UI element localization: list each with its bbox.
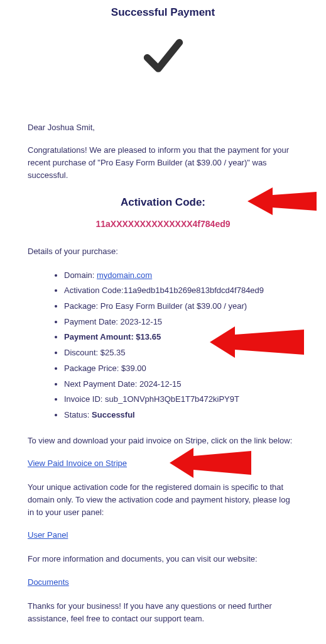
email-body: Successful Payment Dear Joshua Smit, Con… bbox=[0, 0, 326, 644]
activation-code-value: 11aXXXXXXXXXXXXXX4f784ed9 bbox=[28, 219, 298, 229]
detail-payment-amount: Payment Amount: $13.65 bbox=[64, 330, 298, 345]
activation-heading: Activation Code: bbox=[28, 196, 298, 209]
detail-activation-code: Activation Code:11a9edb1b41b269e813bfdcd… bbox=[64, 283, 298, 299]
detail-discount: Discount: $25.35 bbox=[64, 345, 298, 361]
documents-link[interactable]: Documents bbox=[28, 577, 69, 587]
domain-link[interactable]: mydomain.com bbox=[97, 270, 152, 280]
activation-section: Activation Code: bbox=[28, 196, 298, 209]
page-title: Successful Payment bbox=[0, 6, 326, 19]
invoice-link-wrap: View Paid Invoice on Stripe bbox=[28, 457, 298, 470]
details-label: Details of your purchase: bbox=[28, 245, 298, 258]
detail-package: Package: Pro Easy Form Builder (at $39.0… bbox=[64, 299, 298, 314]
detail-payment-date: Payment Date: 2023-12-15 bbox=[64, 314, 298, 330]
note-text: Your unique activation code for the regi… bbox=[28, 481, 298, 519]
content: Dear Joshua Smit, Congratulations! We ar… bbox=[0, 121, 326, 625]
checkmark-icon-wrap bbox=[0, 31, 326, 84]
details-list: Domain: mydomain.com Activation Code:11a… bbox=[28, 268, 298, 423]
user-panel-link-line: User Panel bbox=[28, 529, 298, 541]
detail-domain: Domain: mydomain.com bbox=[64, 268, 298, 284]
documents-link-line: Documents bbox=[28, 576, 298, 589]
invoice-text: To view and download your paid invoice o… bbox=[28, 435, 298, 447]
detail-status: Status: Successful bbox=[64, 408, 298, 423]
greeting-text: Dear Joshua Smit, bbox=[28, 121, 298, 134]
user-panel-link[interactable]: User Panel bbox=[28, 530, 68, 540]
thanks-text: Thanks for your business! If you have an… bbox=[28, 600, 298, 625]
checkmark-icon bbox=[138, 31, 188, 82]
view-invoice-link[interactable]: View Paid Invoice on Stripe bbox=[28, 458, 127, 468]
docs-text: For more information and documents, you … bbox=[28, 553, 298, 565]
intro-text: Congratulations! We are pleased to infor… bbox=[28, 144, 298, 182]
details-list-wrap: Domain: mydomain.com Activation Code:11a… bbox=[28, 268, 298, 423]
detail-package-price: Package Price: $39.00 bbox=[64, 361, 298, 377]
detail-next-payment: Next Payment Date: 2024-12-15 bbox=[64, 377, 298, 392]
invoice-link-line: View Paid Invoice on Stripe bbox=[28, 457, 298, 470]
detail-invoice-id: Invoice ID: sub_1ONVphH3QbE1T7b472kiPY9T bbox=[64, 392, 298, 408]
